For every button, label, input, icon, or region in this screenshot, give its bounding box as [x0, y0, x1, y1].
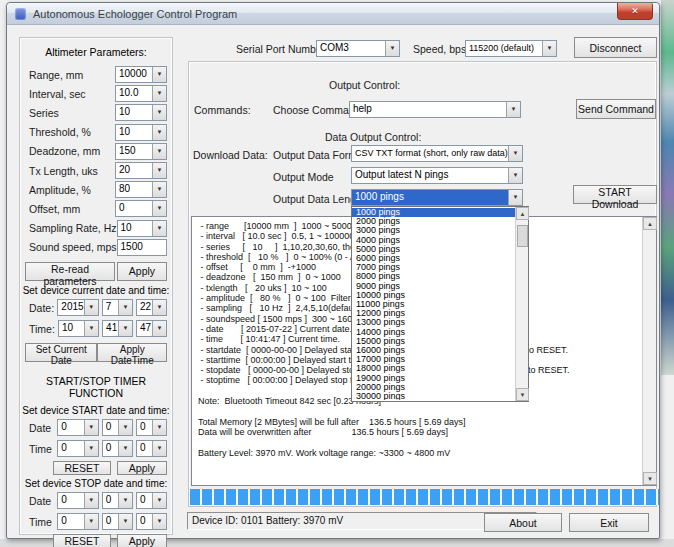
- offset-combo[interactable]: 0 ▼: [115, 200, 167, 217]
- chevron-down-icon[interactable]: ▼: [84, 441, 98, 456]
- chevron-down-icon[interactable]: ▼: [152, 514, 166, 529]
- stop-minute-combo[interactable]: 0 ▼: [102, 513, 133, 530]
- amplitude-combo[interactable]: 80 ▼: [115, 181, 167, 198]
- chevron-down-icon[interactable]: ▼: [152, 420, 166, 435]
- threshold-combo[interactable]: 10 ▼: [115, 124, 167, 141]
- start-day-combo[interactable]: 0 ▼: [136, 419, 167, 436]
- stop-apply-button[interactable]: Apply: [117, 534, 167, 547]
- ping-option[interactable]: 30000 pings: [352, 392, 515, 400]
- apply-datetime-button[interactable]: Apply DateTime: [97, 343, 167, 362]
- chevron-down-icon[interactable]: ▼: [152, 105, 166, 120]
- start-hour-combo[interactable]: 0 ▼: [57, 440, 98, 457]
- chevron-down-icon[interactable]: ▼: [385, 41, 399, 56]
- start-minute-combo[interactable]: 0 ▼: [102, 440, 133, 457]
- stop-second-value: 0: [137, 514, 152, 529]
- deadzone-combo[interactable]: 150 ▼: [115, 143, 167, 160]
- offset-value: 0: [116, 201, 152, 216]
- dropdown-scrollbar[interactable]: ▲ ▼: [515, 207, 528, 401]
- chevron-down-icon[interactable]: ▼: [152, 67, 166, 82]
- chevron-down-icon[interactable]: ▼: [84, 321, 98, 336]
- txlength-combo[interactable]: 20 ▼: [115, 162, 167, 179]
- title-bar[interactable]: Autonomous Echologger Control Program ✕: [7, 3, 659, 25]
- output-mode-value: Output latest N pings: [352, 168, 508, 183]
- chevron-down-icon[interactable]: ▼: [118, 420, 132, 435]
- chevron-down-icon[interactable]: ▼: [506, 102, 520, 117]
- sound-speed-input[interactable]: 1500: [117, 239, 167, 256]
- disconnect-button[interactable]: Disconnect: [574, 37, 657, 58]
- chevron-down-icon[interactable]: ▼: [508, 146, 522, 161]
- scroll-down-icon[interactable]: ▼: [643, 472, 657, 485]
- serial-port-combo[interactable]: COM3 ▼: [316, 40, 400, 57]
- stop-second-combo[interactable]: 0 ▼: [136, 513, 167, 530]
- chevron-down-icon[interactable]: ▼: [152, 493, 166, 508]
- chevron-down-icon[interactable]: ▼: [84, 514, 98, 529]
- current-month-combo[interactable]: 7 ▼: [102, 299, 133, 316]
- param-label: Sound speed, mps: [29, 241, 117, 253]
- chevron-down-icon[interactable]: ▼: [118, 493, 132, 508]
- chevron-down-icon[interactable]: ▼: [84, 420, 98, 435]
- stop-year-combo[interactable]: 0 ▼: [57, 492, 98, 509]
- chevron-down-icon[interactable]: ▼: [84, 300, 98, 315]
- send-command-button[interactable]: Send Command: [576, 99, 656, 119]
- current-second-combo[interactable]: 47 ▼: [136, 320, 167, 337]
- current-day-combo[interactable]: 22 ▼: [136, 299, 167, 316]
- scrollbar-thumb[interactable]: [517, 225, 528, 247]
- serial-port-label: Serial Port Number: [236, 43, 325, 55]
- apply-parameters-button[interactable]: Apply: [117, 262, 167, 281]
- start-apply-button[interactable]: Apply: [117, 461, 167, 475]
- chevron-down-icon[interactable]: ▼: [84, 493, 98, 508]
- stop-day-combo[interactable]: 0 ▼: [136, 492, 167, 509]
- chevron-down-icon[interactable]: ▼: [152, 321, 166, 336]
- start-reset-button[interactable]: RESET: [53, 461, 111, 475]
- chevron-down-icon[interactable]: ▼: [152, 221, 166, 236]
- output-mode-combo[interactable]: Output latest N pings ▼: [351, 167, 523, 184]
- stop-month-combo[interactable]: 0 ▼: [102, 492, 133, 509]
- chevron-down-icon[interactable]: ▼: [152, 201, 166, 216]
- chevron-down-icon[interactable]: ▼: [118, 321, 132, 336]
- chevron-down-icon[interactable]: ▼: [118, 441, 132, 456]
- chevron-down-icon[interactable]: ▼: [152, 144, 166, 159]
- amplitude-value: 80: [116, 182, 152, 197]
- about-button[interactable]: About: [484, 513, 562, 532]
- output-length-combo[interactable]: 1000 pings ▼: [351, 189, 523, 206]
- chevron-down-icon[interactable]: ▼: [118, 514, 132, 529]
- close-icon[interactable]: ✕: [617, 3, 653, 20]
- chevron-down-icon[interactable]: ▼: [152, 86, 166, 101]
- scroll-up-icon[interactable]: ▲: [516, 207, 529, 220]
- chevron-down-icon[interactable]: ▼: [152, 300, 166, 315]
- current-hour-combo[interactable]: 10 ▼: [58, 320, 99, 337]
- interval-combo[interactable]: 10.0 ▼: [115, 85, 167, 102]
- start-year-combo[interactable]: 0 ▼: [57, 419, 98, 436]
- chevron-down-icon[interactable]: ▼: [152, 441, 166, 456]
- param-row-threshold: Threshold, % 10 ▼: [20, 123, 172, 142]
- console-scrollbar[interactable]: ▲ ▼: [642, 217, 656, 485]
- threshold-value: 10: [116, 125, 152, 140]
- series-combo[interactable]: 10 ▼: [115, 104, 167, 121]
- output-format-combo[interactable]: CSV TXT format (short, only raw data) ▼: [351, 145, 523, 162]
- deadzone-value: 150: [116, 144, 152, 159]
- sampling-combo[interactable]: 10 ▼: [117, 220, 167, 237]
- start-download-button[interactable]: START Download: [573, 185, 657, 204]
- current-minute-combo[interactable]: 41 ▼: [102, 320, 133, 337]
- chevron-down-icon[interactable]: ▼: [508, 190, 522, 205]
- chevron-down-icon[interactable]: ▼: [152, 125, 166, 140]
- start-month-combo[interactable]: 0 ▼: [102, 419, 133, 436]
- chevron-down-icon[interactable]: ▼: [542, 41, 556, 56]
- chevron-down-icon[interactable]: ▼: [508, 168, 522, 183]
- chevron-down-icon[interactable]: ▼: [118, 300, 132, 315]
- set-current-date-button[interactable]: Set Current Date: [25, 343, 97, 362]
- stop-hour-combo[interactable]: 0 ▼: [57, 513, 98, 530]
- serial-port-value: COM3: [317, 41, 385, 56]
- stop-reset-button[interactable]: RESET: [53, 534, 111, 547]
- command-combo[interactable]: help ▼: [349, 101, 521, 118]
- exit-button[interactable]: Exit: [569, 513, 649, 532]
- range-combo[interactable]: 10000 ▼: [115, 66, 167, 83]
- reread-parameters-button[interactable]: Re-read parameters: [25, 262, 115, 281]
- current-year-combo[interactable]: 2015 ▼: [57, 299, 98, 316]
- chevron-down-icon[interactable]: ▼: [152, 182, 166, 197]
- chevron-down-icon[interactable]: ▼: [152, 163, 166, 178]
- scroll-down-icon[interactable]: ▼: [516, 388, 529, 401]
- speed-combo[interactable]: 115200 (default) ▼: [465, 40, 557, 57]
- scroll-up-icon[interactable]: ▲: [643, 217, 657, 230]
- start-second-combo[interactable]: 0 ▼: [136, 440, 167, 457]
